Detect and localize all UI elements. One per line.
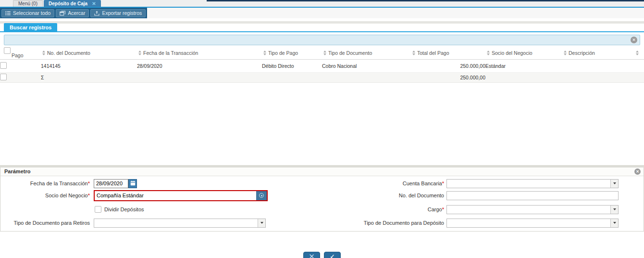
column-tipo-documento[interactable]: Tipo de Documento [322, 50, 411, 56]
cargo-select[interactable] [446, 205, 619, 214]
zoom-button[interactable]: Acercar [56, 9, 89, 17]
tipo-doc-deposito-select[interactable] [446, 219, 619, 228]
zoom-label: Acercar [68, 10, 85, 16]
export-records-button[interactable]: Exportar registros [90, 9, 146, 17]
sort-icon[interactable] [42, 51, 45, 55]
dropdown-button[interactable] [610, 180, 618, 188]
cargo-label: Cargo* [268, 206, 446, 212]
cell-total: 250.000,00 [411, 59, 485, 72]
collapse-panel-icon[interactable]: ✕ [634, 168, 641, 175]
fecha-transaccion-label: Fecha de la Transacción* [0, 181, 92, 186]
confirm-icon: ✓ [330, 253, 334, 258]
socio-negocio-label: Socio del Negocio* [0, 193, 92, 198]
fecha-transaccion-input[interactable] [94, 179, 128, 188]
socio-negocio-field [94, 190, 268, 201]
no-documento-label: No. del Documento [268, 193, 446, 198]
toolbar: Seleccionar todo Acercar Exportar regi [0, 8, 644, 18]
sort-icon[interactable] [487, 51, 490, 55]
dropdown-button[interactable] [610, 206, 618, 214]
sort-icon[interactable] [636, 51, 639, 55]
cuenta-bancaria-select[interactable] [446, 179, 619, 188]
action-buttons: ✕ ✓ [0, 252, 644, 258]
dropdown-button[interactable] [258, 219, 265, 227]
sum-row: Σ 250.000,00 [0, 72, 644, 82]
table-header-row: Pago No. del Documento Fecha de la Trans… [0, 47, 644, 59]
chevron-down-icon [613, 222, 616, 224]
chevron-down-icon [260, 222, 263, 224]
calendar-icon [130, 181, 136, 187]
window-zoom-icon [60, 11, 65, 16]
cell-documento: 1414145 [41, 59, 137, 72]
business-partner-lookup-button[interactable] [256, 191, 267, 200]
column-no-documento[interactable]: No. del Documento [41, 50, 137, 56]
sort-icon[interactable] [138, 51, 141, 55]
row-checkbox[interactable] [0, 62, 7, 69]
export-records-label: Exportar registros [102, 10, 142, 16]
column-total-pago[interactable]: Total del Pago [411, 50, 485, 56]
records-table: Pago No. del Documento Fecha de la Trans… [0, 47, 644, 83]
record-lookup-icon [259, 193, 264, 198]
dropdown-button[interactable] [610, 219, 618, 227]
parameter-title: Parámetro [4, 168, 30, 174]
column-fecha-transaccion[interactable]: Fecha de la Transacción [137, 50, 262, 56]
select-all-label: Seleccionar todo [13, 10, 50, 16]
column-extra[interactable] [634, 51, 644, 55]
tab-menu-label: Menú (0) [18, 1, 37, 6]
search-field-wrap: ✕ [4, 35, 640, 45]
list-icon [5, 11, 11, 16]
tipo-doc-retiros-label: Tipo de Documento para Retiros [0, 220, 92, 226]
tipo-doc-deposito-label: Tipo de Documento para Depósito [268, 220, 446, 226]
sum-total: 250.000,00 [411, 72, 485, 82]
tab-buscar-registros[interactable]: Buscar registros [4, 23, 57, 31]
parameter-form: Fecha de la Transacción* [0, 176, 644, 231]
tipo-doc-retiros-value [94, 219, 258, 227]
select-all-button[interactable]: Seleccionar todo [1, 9, 54, 17]
close-tab-icon[interactable]: ✕ [92, 1, 96, 6]
select-all-checkbox[interactable] [4, 47, 11, 54]
search-input[interactable] [4, 35, 640, 45]
cell-tipo-pago: Débito Directo [262, 59, 322, 72]
cell-tipo-documento: Cobro Nacional [322, 59, 411, 72]
search-tab-row: Buscar registros [0, 24, 644, 32]
confirm-button[interactable]: ✓ [324, 252, 341, 258]
cargo-value [447, 206, 610, 214]
cell-descripcion [562, 59, 634, 72]
tipo-doc-retiros-select[interactable] [94, 219, 266, 228]
sum-symbol: Σ [41, 72, 137, 82]
parameter-panel-header: Parámetro ✕ [0, 168, 644, 176]
cancel-button[interactable]: ✕ [303, 252, 320, 258]
no-documento-input[interactable] [446, 191, 619, 200]
export-icon [94, 11, 99, 16]
sum-row-checkbox[interactable] [0, 74, 7, 80]
sort-icon[interactable] [412, 51, 415, 55]
sort-icon[interactable] [323, 51, 326, 55]
socio-negocio-input[interactable] [95, 191, 256, 200]
fecha-transaccion-field [94, 179, 137, 188]
calendar-button[interactable] [128, 179, 137, 188]
cuenta-bancaria-label: Cuenta Bancaria* [268, 181, 446, 186]
tab-deposito-de-caja[interactable]: Depósito de Caja ✕ [44, 0, 101, 7]
column-pago: Pago [12, 52, 41, 58]
column-descripcion[interactable]: Descripción [562, 50, 634, 56]
sort-icon[interactable] [263, 51, 266, 55]
parameter-panel: Parámetro ✕ Fecha de la Transacción* [0, 168, 644, 232]
column-tipo-pago[interactable]: Tipo de Pago [262, 50, 322, 56]
clear-search-icon[interactable]: ✕ [631, 37, 637, 43]
column-socio-negocio[interactable]: Socio del Negocio [485, 50, 562, 56]
table-row: 1414145 28/09/2020 Débito Directo Cobro … [0, 59, 644, 72]
top-accent-bar [207, 0, 644, 1]
search-tab-label: Buscar registros [10, 25, 51, 30]
sort-icon[interactable] [564, 51, 567, 55]
toolbar-strip: Seleccionar todo Acercar Exportar regi [0, 8, 147, 18]
cell-socio: Estándar [485, 59, 562, 72]
cancel-icon: ✕ [309, 252, 315, 258]
chevron-down-icon [613, 182, 616, 184]
tab-deposito-label: Depósito de Caja [49, 1, 87, 6]
dividir-depositos-label: Dividir Depósitos [104, 206, 144, 212]
dividir-depositos-checkbox[interactable] [95, 206, 101, 213]
chevron-down-icon [613, 208, 616, 210]
tab-menu[interactable]: Menú (0) [13, 0, 43, 7]
cuenta-bancaria-value [447, 180, 610, 188]
window-tab-bar: Menú (0) Depósito de Caja ✕ [0, 0, 644, 8]
tipo-doc-deposito-value [447, 219, 610, 227]
